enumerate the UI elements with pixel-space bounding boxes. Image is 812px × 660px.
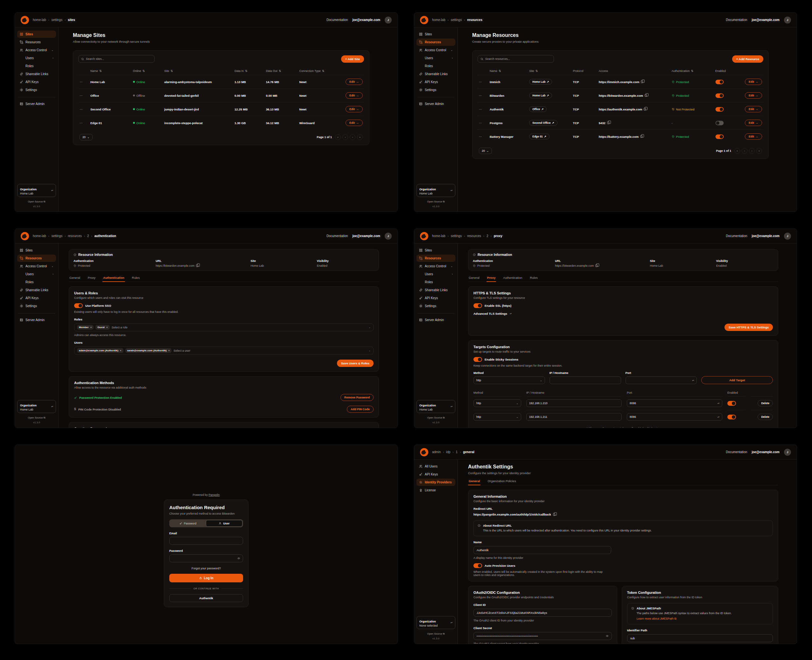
first-page-button[interactable]: « — [335, 134, 341, 140]
authentik-sso-button[interactable]: Authentik — [169, 594, 243, 602]
sidebar-item-resources[interactable]: Resources — [417, 38, 455, 46]
eye-icon[interactable] — [237, 557, 240, 560]
site-link[interactable]: Home Lab↗ — [529, 93, 552, 98]
delete-target-button[interactable]: Delete — [758, 400, 773, 406]
eye-icon[interactable] — [606, 635, 609, 638]
add-target-button[interactable]: Add Target — [701, 376, 773, 384]
copy-icon[interactable] — [595, 265, 598, 267]
breadcrumb-item[interactable]: admin — [432, 450, 441, 454]
row-actions-icon[interactable]: ⋯ — [479, 80, 482, 84]
sidebar-item-settings[interactable]: Settings — [17, 86, 56, 94]
user-email[interactable]: joe@example.com — [352, 18, 380, 22]
sidebar-item-roles[interactable]: Roles — [417, 62, 455, 70]
method-select[interactable]: http⌄ — [473, 399, 521, 407]
next-page-button[interactable]: › — [749, 148, 755, 154]
column-header[interactable]: Data Out⇅ — [265, 67, 298, 75]
next-page-button[interactable]: › — [350, 134, 355, 140]
edit-button[interactable]: Edit→ — [745, 92, 762, 98]
sidebar-item-users[interactable]: Users› — [417, 270, 455, 278]
copy-icon[interactable] — [196, 265, 198, 267]
sidebar-item-access-control[interactable]: Access Control⌄ — [17, 46, 56, 54]
log-in-button[interactable]: Log In — [169, 574, 243, 582]
add-pin-code-button[interactable]: Add PIN Code — [347, 406, 374, 413]
open-source-link[interactable]: Open Source ⧉ — [17, 200, 56, 203]
avatar[interactable]: J — [385, 17, 392, 24]
sidebar-item-server-admin[interactable]: Server Admin — [17, 316, 56, 324]
method-select[interactable]: http⌄ — [473, 413, 521, 421]
last-page-button[interactable]: » — [357, 134, 363, 140]
row-actions-icon[interactable]: ⋯ — [479, 108, 482, 111]
copy-icon[interactable] — [607, 122, 609, 124]
enabled-toggle[interactable] — [715, 107, 724, 111]
sidebar-item-shareable-links[interactable]: Shareable Links — [17, 286, 56, 294]
row-actions-icon[interactable]: ⋯ — [79, 121, 83, 125]
tab-general[interactable]: General — [468, 479, 481, 485]
tab-rules[interactable]: Rules — [132, 276, 140, 282]
breadcrumb-item[interactable]: settings — [451, 234, 462, 238]
port-input[interactable]: ▴▾ — [627, 413, 722, 421]
tab-authentication[interactable]: Authentication — [503, 276, 523, 282]
breadcrumb-item[interactable]: resources — [68, 234, 82, 238]
column-header[interactable]: Site⇅ — [528, 67, 571, 75]
enabled-toggle[interactable] — [715, 121, 724, 125]
column-header[interactable]: Site⇅ — [163, 67, 233, 75]
documentation-link[interactable]: Documentation — [726, 234, 747, 238]
rows-per-page-select[interactable]: 20⌄ — [79, 134, 93, 140]
breadcrumb-item[interactable]: 2 — [87, 234, 89, 238]
sidebar-item-license[interactable]: License — [417, 487, 455, 494]
sidebar-item-identity-providers[interactable]: Identity Providers — [417, 479, 455, 486]
copy-icon[interactable] — [645, 94, 647, 97]
user-email[interactable]: joe@example.com — [752, 450, 780, 454]
search-input[interactable] — [477, 55, 554, 63]
identifier-path-field[interactable] — [627, 634, 773, 642]
tab-organization-policies[interactable]: Organization Policies — [487, 479, 516, 485]
row-actions-icon[interactable]: ⋯ — [79, 108, 83, 111]
row-actions-icon[interactable]: ⋯ — [79, 94, 83, 97]
client-id-field[interactable] — [473, 609, 612, 617]
breadcrumb-item[interactable]: resources — [467, 234, 481, 238]
edit-button[interactable]: Edit→ — [745, 120, 762, 126]
tab-password[interactable]: Password — [170, 520, 206, 527]
target-enabled-toggle[interactable] — [727, 401, 736, 406]
breadcrumb-item[interactable]: home-lab — [432, 18, 446, 22]
tab-rules[interactable]: Rules — [529, 276, 538, 282]
tab-general[interactable]: General — [468, 276, 480, 282]
sidebar-item-access-control[interactable]: Access Control⌄ — [17, 263, 56, 270]
avatar[interactable]: J — [784, 233, 791, 240]
last-page-button[interactable]: » — [756, 148, 762, 154]
breadcrumb-item[interactable]: home-lab — [33, 234, 46, 238]
sidebar-item-users[interactable]: Users› — [417, 54, 455, 62]
email-field[interactable] — [169, 537, 243, 545]
sidebar-item-api-keys[interactable]: API Keys — [17, 78, 56, 86]
sidebar-item-sites[interactable]: Sites — [17, 30, 56, 38]
advanced-tls-expander[interactable]: Advanced TLS Settings▴▾ — [473, 312, 773, 315]
column-header[interactable]: Data In⇅ — [233, 67, 265, 75]
rows-per-page-select[interactable]: 20⌄ — [479, 148, 492, 154]
remove-icon[interactable]: × — [168, 349, 170, 352]
column-header[interactable]: Protocol — [572, 67, 598, 75]
edit-button[interactable]: Edit→ — [745, 133, 762, 140]
password-field[interactable] — [169, 554, 243, 562]
save-users-roles-button[interactable]: Save Users & Roles — [337, 360, 374, 367]
avatar[interactable]: J — [784, 449, 791, 456]
remove-icon[interactable]: × — [106, 326, 108, 329]
sidebar-item-sites[interactable]: Sites — [17, 247, 56, 254]
prev-page-button[interactable]: ‹ — [343, 134, 348, 140]
breadcrumb-item[interactable]: home-lab — [33, 18, 46, 22]
roles-multiselect[interactable]: Member× Guest× Select a role ⌄ — [74, 323, 374, 331]
user-email[interactable]: joe@example.com — [752, 234, 780, 238]
row-actions-icon[interactable]: ⋯ — [479, 94, 482, 97]
enabled-toggle[interactable] — [715, 79, 724, 84]
jmespath-learn-more-link[interactable]: Learn more about JMESPath ⧉ — [637, 617, 732, 621]
remove-password-button[interactable]: Remove Password — [341, 394, 374, 401]
column-header[interactable]: Name⇅ — [488, 67, 528, 75]
open-source-link[interactable]: Open Source ⧉ — [417, 200, 455, 203]
column-header[interactable]: Connection Type⇅ — [298, 67, 341, 75]
avatar[interactable]: J — [784, 17, 791, 24]
org-switcher[interactable]: OrganizationHome Lab ▴▾ — [17, 400, 56, 413]
copy-icon[interactable] — [644, 108, 646, 110]
copy-icon[interactable] — [553, 513, 555, 516]
delete-target-button[interactable]: Delete — [758, 414, 773, 420]
tab-proxy[interactable]: Proxy — [487, 276, 496, 282]
user-email[interactable]: joe@example.com — [752, 18, 780, 22]
